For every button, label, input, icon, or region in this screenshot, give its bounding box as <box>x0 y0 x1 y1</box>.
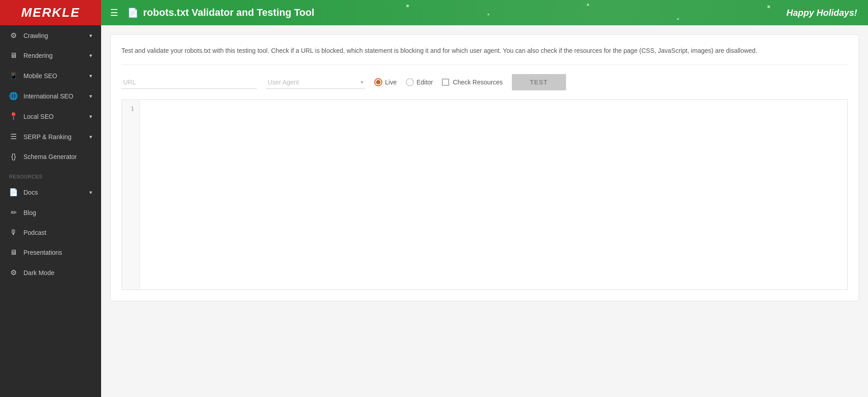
editor-radio-button[interactable] <box>406 78 414 86</box>
sidebar-item-label: Mobile SEO <box>23 72 57 79</box>
editor-content[interactable] <box>140 100 847 290</box>
url-input[interactable] <box>121 76 257 89</box>
sidebar-item-blog[interactable]: ✏ Blog <box>0 202 101 223</box>
sidebar-item-rendering[interactable]: 🖥 Rendering ▾ <box>0 46 101 65</box>
international-icon: 🌐 <box>9 92 18 100</box>
sidebar-item-label: Rendering <box>23 52 53 59</box>
rendering-icon: 🖥 <box>9 51 18 60</box>
editor-radio-label[interactable]: Editor <box>406 78 433 86</box>
live-radio-label[interactable]: Live <box>374 78 397 86</box>
sidebar: ⚙ Crawling ▾ 🖥 Rendering ▾ 📱 Mobile SEO … <box>0 25 101 397</box>
chevron-icon: ▾ <box>89 134 92 140</box>
podcast-icon: 🎙 <box>9 229 18 237</box>
sidebar-item-label: International SEO <box>23 93 74 100</box>
serp-icon: ☰ <box>9 132 18 141</box>
test-button[interactable]: TEST <box>512 74 566 90</box>
live-label: Live <box>385 79 397 86</box>
sidebar-item-label: Docs <box>23 189 38 196</box>
mobile-icon: 📱 <box>9 71 18 80</box>
chevron-icon: ▾ <box>89 93 92 99</box>
sidebar-item-label: Schema Generator <box>23 153 77 160</box>
dark-mode-icon: ⚙ <box>9 268 18 277</box>
user-agent-select[interactable]: User Agent Googlebot Bingbot All <box>266 76 365 89</box>
page-icon: 📄 <box>127 7 139 18</box>
chevron-icon: ▾ <box>89 33 92 39</box>
sidebar-item-label: Podcast <box>23 229 46 236</box>
sidebar-item-local-seo[interactable]: 📍 Local SEO ▾ <box>0 106 101 126</box>
chevron-icon: ▾ <box>89 113 92 120</box>
chevron-icon: ▾ <box>89 189 92 196</box>
tool-description: Test and validate your robots.txt with t… <box>121 46 848 56</box>
hamburger-icon[interactable]: ☰ <box>101 7 127 18</box>
resources-section-label: Resources <box>0 167 101 182</box>
tool-card: Test and validate your robots.txt with t… <box>110 34 859 301</box>
page-title: robots.txt Validator and Testing Tool <box>143 7 314 19</box>
editor-label: Editor <box>417 79 433 86</box>
crawling-icon: ⚙ <box>9 31 18 40</box>
sidebar-item-international-seo[interactable]: 🌐 International SEO ▾ <box>0 86 101 106</box>
line-number: 1 <box>130 105 134 112</box>
line-numbers: 1 <box>122 100 140 290</box>
sidebar-item-docs[interactable]: 📄 Docs ▾ <box>0 182 101 202</box>
holiday-message: Happy Holidays! <box>786 8 857 18</box>
local-icon: 📍 <box>9 112 18 121</box>
page-title-area: 📄 robots.txt Validator and Testing Tool <box>127 7 314 19</box>
logo-area: MERKLE <box>0 0 101 25</box>
presentations-icon: 🖥 <box>9 248 18 257</box>
docs-icon: 📄 <box>9 188 18 196</box>
schema-icon: {} <box>9 153 18 161</box>
check-resources-label[interactable]: Check Resources <box>442 79 503 86</box>
sidebar-item-label: Presentations <box>23 249 62 256</box>
sidebar-item-label: Crawling <box>23 32 48 39</box>
live-radio-inner <box>376 80 381 84</box>
logo: MERKLE <box>21 5 80 20</box>
blog-icon: ✏ <box>9 208 18 217</box>
chevron-icon: ▾ <box>89 73 92 79</box>
header: MERKLE ☰ 📄 robots.txt Validator and Test… <box>0 0 868 25</box>
sidebar-item-serp-ranking[interactable]: ☰ SERP & Ranking ▾ <box>0 126 101 147</box>
editor-area: 1 <box>121 99 848 290</box>
sidebar-item-label: Dark Mode <box>23 269 54 276</box>
main-content: Test and validate your robots.txt with t… <box>101 25 868 397</box>
sidebar-item-presentations[interactable]: 🖥 Presentations <box>0 243 101 262</box>
sidebar-item-schema-generator[interactable]: {} Schema Generator <box>0 147 101 167</box>
form-row: User Agent Googlebot Bingbot All ▾ Live <box>121 74 848 90</box>
main-layout: ⚙ Crawling ▾ 🖥 Rendering ▾ 📱 Mobile SEO … <box>0 25 868 397</box>
agent-select-wrapper: User Agent Googlebot Bingbot All ▾ <box>266 76 365 89</box>
divider <box>121 65 848 65</box>
live-radio-button[interactable] <box>374 78 382 86</box>
check-resources-text: Check Resources <box>453 79 503 86</box>
chevron-icon: ▾ <box>89 52 92 59</box>
check-resources-checkbox[interactable] <box>442 79 449 86</box>
sidebar-item-label: SERP & Ranking <box>23 133 71 140</box>
sidebar-item-mobile-seo[interactable]: 📱 Mobile SEO ▾ <box>0 65 101 86</box>
sidebar-item-podcast[interactable]: 🎙 Podcast <box>0 223 101 243</box>
sidebar-item-dark-mode[interactable]: ⚙ Dark Mode <box>0 262 101 283</box>
sidebar-item-crawling[interactable]: ⚙ Crawling ▾ <box>0 25 101 46</box>
sidebar-item-label: Blog <box>23 209 36 216</box>
sidebar-item-label: Local SEO <box>23 113 54 120</box>
